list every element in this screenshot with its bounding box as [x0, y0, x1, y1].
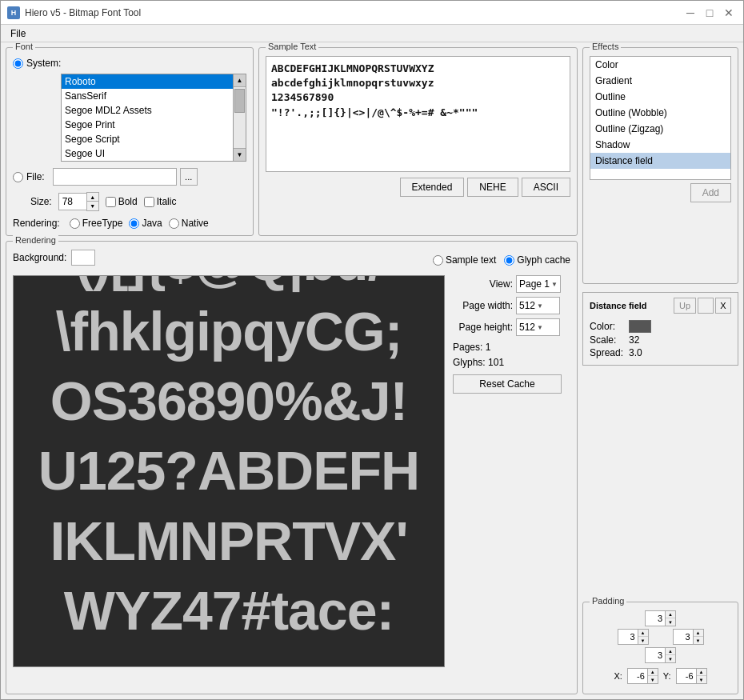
font-list-item[interactable]: Segoe UI — [62, 146, 233, 161]
pad-bottom-up[interactable]: ▲ — [666, 648, 675, 655]
pad-left-up[interactable]: ▲ — [638, 630, 648, 637]
sample-text-radio[interactable] — [433, 255, 443, 266]
pad-right-up[interactable]: ▲ — [694, 630, 703, 637]
glyph-cache-radio-label: Glyph cache — [504, 254, 570, 266]
y-label: Y: — [663, 671, 671, 681]
maximize-button[interactable]: □ — [702, 5, 718, 21]
x-spinner: ▲ ▼ — [627, 668, 658, 684]
scroll-thumb[interactable] — [234, 89, 245, 113]
font-list-item[interactable]: Segoe Script — [62, 132, 233, 146]
background-swatch[interactable] — [71, 250, 95, 266]
x-down[interactable]: ▼ — [648, 676, 658, 683]
system-radio[interactable] — [13, 58, 23, 69]
effect-distance-field[interactable]: Distance field — [590, 153, 730, 169]
df-color-swatch[interactable] — [629, 320, 651, 333]
effects-list[interactable]: Color Gradient Outline Outline (Wobble) … — [590, 56, 731, 180]
pad-bottom-input[interactable] — [646, 648, 666, 662]
effects-group: Effects Color Gradient Outline Outline (… — [582, 47, 738, 284]
minimize-button[interactable]: ─ — [682, 5, 698, 21]
browse-button[interactable]: ... — [180, 168, 198, 186]
pad-right-input[interactable] — [674, 630, 694, 644]
reset-cache-button[interactable]: Reset Cache — [453, 374, 562, 394]
page-height-dropdown[interactable]: 512 ▼ — [516, 318, 560, 336]
view-row: View: Page 1 ▼ — [453, 275, 562, 293]
pad-right-btns: ▲ ▼ — [694, 630, 703, 644]
file-input[interactable] — [53, 168, 177, 186]
font-list-item[interactable]: Segoe Print — [62, 118, 233, 132]
close-button[interactable]: ✕ — [721, 5, 737, 21]
df-spread-value: 3.0 — [629, 347, 642, 358]
nehe-button[interactable]: NEHE — [467, 178, 518, 197]
page-width-row: Page width: 512 ▼ — [453, 297, 562, 314]
freetype-label: FreeType — [82, 218, 123, 229]
glyph-cache-radio[interactable] — [504, 255, 514, 266]
effect-outline-zigzag[interactable]: Outline (Zigzag) — [590, 121, 730, 137]
y-down[interactable]: ▼ — [697, 676, 706, 683]
render-options-row: Sample text Glyph cache — [433, 254, 570, 266]
size-spinner: ▲ ▼ — [58, 192, 99, 211]
glyph-line-5: IKLMNPRTVX' — [14, 506, 444, 576]
glyph-line-3: OS36890%&J! — [14, 366, 444, 436]
java-radio-label: Java — [129, 218, 162, 229]
effect-shadow[interactable]: Shadow — [590, 137, 730, 153]
x-up[interactable]: ▲ — [648, 669, 658, 676]
system-row: System: — [13, 58, 246, 69]
df-blank-button[interactable] — [698, 298, 714, 314]
pad-left-down[interactable]: ▼ — [638, 637, 648, 644]
pad-top-input[interactable] — [646, 611, 666, 626]
sample-buttons: Extended NEHE ASCII — [266, 178, 570, 197]
pad-right-spinner: ▲ ▼ — [673, 629, 704, 645]
effect-color[interactable]: Color — [590, 57, 730, 73]
system-label[interactable]: System: — [26, 58, 61, 69]
pad-top-down[interactable]: ▼ — [666, 618, 675, 626]
effect-outline[interactable]: Outline — [590, 89, 730, 105]
font-list-item[interactable]: Roboto — [62, 74, 233, 89]
add-button[interactable]: Add — [690, 183, 731, 202]
freetype-radio[interactable] — [70, 218, 80, 229]
pad-top-btns: ▲ ▼ — [666, 611, 675, 626]
view-dropdown[interactable]: Page 1 ▼ — [516, 275, 561, 293]
effect-gradient[interactable]: Gradient — [590, 73, 730, 89]
pad-top-up[interactable]: ▲ — [666, 611, 675, 618]
bold-checkbox[interactable] — [106, 197, 116, 207]
scroll-down-btn[interactable]: ▼ — [234, 148, 246, 161]
pages-label: Pages: — [453, 342, 482, 353]
java-radio[interactable] — [129, 218, 139, 229]
pages-row: Pages: 1 — [453, 340, 562, 355]
glyphs-label: Glyphs: — [453, 357, 486, 368]
df-btns: Up X — [674, 298, 731, 314]
ascii-button[interactable]: ASCII — [522, 178, 570, 197]
y-input[interactable] — [677, 669, 697, 683]
page-width-dropdown[interactable]: 512 ▼ — [516, 297, 560, 314]
scroll-up-btn[interactable]: ▲ — [234, 74, 246, 87]
pad-left-input[interactable] — [618, 630, 638, 644]
view-dropdown-value: Page 1 — [519, 278, 550, 290]
df-color-label: Color: — [590, 321, 626, 332]
extended-button[interactable]: Extended — [400, 178, 465, 197]
x-input[interactable] — [628, 669, 648, 683]
pad-bottom-down[interactable]: ▼ — [666, 655, 675, 662]
df-x-button[interactable]: X — [715, 298, 731, 314]
font-list[interactable]: Roboto SansSerif Segoe MDL2 Assets Segoe… — [61, 74, 234, 162]
font-list-item[interactable]: SansSerif — [62, 89, 233, 103]
size-down-btn[interactable]: ▼ — [87, 202, 98, 210]
menu-file[interactable]: File — [4, 26, 32, 41]
page-width-label: Page width: — [453, 300, 513, 311]
df-title: Distance field — [590, 301, 647, 310]
italic-checkbox[interactable] — [144, 197, 154, 207]
pad-right-down[interactable]: ▼ — [694, 637, 703, 644]
pages-glyphs: Pages: 1 Glyphs: 101 — [453, 340, 562, 370]
font-list-item[interactable]: Segoe MDL2 Assets — [62, 103, 233, 118]
sample-text-area[interactable]: ABCDEFGHIJKLMNOPQRSTUVWXYZ abcdefghijklm… — [266, 56, 570, 172]
effect-outline-wobble[interactable]: Outline (Wobble) — [590, 105, 730, 121]
size-up-btn[interactable]: ▲ — [87, 193, 98, 202]
native-radio[interactable] — [169, 218, 179, 229]
size-input[interactable] — [58, 193, 86, 210]
df-up-button[interactable]: Up — [674, 298, 696, 314]
file-label[interactable]: File: — [26, 171, 45, 182]
glyphs-row: Glyphs: 101 — [453, 355, 562, 370]
effects-title: Effects — [590, 42, 621, 51]
y-up[interactable]: ▲ — [697, 669, 706, 676]
pad-top-row: ▲ ▼ — [645, 610, 676, 626]
file-radio[interactable] — [13, 172, 23, 182]
